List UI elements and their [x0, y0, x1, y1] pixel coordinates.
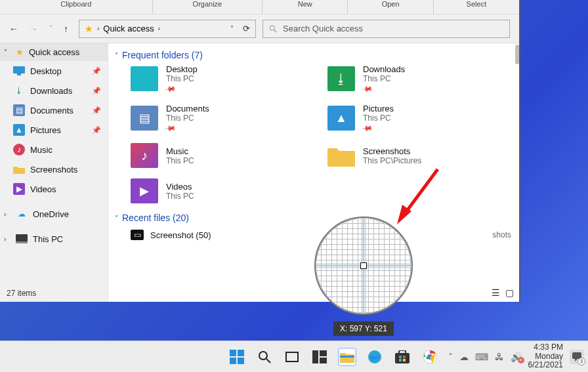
folder-music[interactable]: ♪ MusicThis PC [131, 143, 314, 168]
folder-downloads[interactable]: ⭳ DownloadsThis PC📌 [327, 64, 511, 93]
svg-rect-22 [399, 350, 406, 354]
screenshot-file-icon: ▭ [131, 230, 144, 240]
folder-videos[interactable]: ▶ VideosThis PC [131, 178, 314, 203]
svg-rect-3 [17, 73, 21, 75]
sidebar-item-screenshots[interactable]: Screenshots [0, 159, 108, 179]
svg-line-1 [274, 30, 277, 32]
quick-access-star-icon: ★ [85, 24, 93, 34]
clock-day: Monday [528, 352, 563, 362]
sidebar-item-label: Documents [30, 106, 74, 115]
taskbar-clock[interactable]: 4:33 PM Monday 6/21/2021 [528, 343, 563, 370]
edge-button[interactable] [366, 348, 384, 366]
address-bar[interactable]: ★ › Quick access › ˅ ⟳ [79, 20, 256, 38]
forward-button[interactable]: → [29, 24, 38, 34]
notifications-button[interactable]: 3 [570, 350, 584, 364]
folder-screenshots[interactable]: ScreenshotsThis PC\Pictures [327, 143, 511, 168]
chevron-right-icon[interactable]: › [4, 211, 10, 218]
breadcrumb-quick-access[interactable]: Quick access [103, 24, 154, 33]
svg-rect-17 [320, 350, 327, 356]
crumb-sep-icon: › [97, 25, 99, 32]
folder-name: Desktop [166, 64, 198, 74]
chrome-button[interactable] [421, 348, 439, 366]
sidebar-item-label: Screenshots [30, 165, 77, 175]
taskbar: ˄ ☁ ⌨ 🖧 🔊× 4:33 PM Monday 6/21/2021 3 [0, 341, 588, 372]
color-picker-magnifier[interactable] [314, 217, 413, 315]
desktop-folder-icon [131, 66, 158, 91]
sidebar-item-this-pc[interactable]: › This PC [0, 229, 108, 249]
folder-location: This PC [363, 114, 394, 123]
folder-location: This PC [166, 114, 209, 123]
folder-location: This PC [166, 74, 198, 83]
coordinates-tooltip: X: 597 Y: 521 [333, 321, 394, 336]
recent-locations-button[interactable]: ˅ [49, 24, 53, 34]
svg-rect-26 [403, 359, 406, 362]
svg-rect-11 [238, 358, 244, 364]
tray-overflow-button[interactable]: ˄ [448, 352, 453, 362]
annotation-arrow [397, 165, 450, 224]
search-input[interactable]: Search Quick access [262, 20, 510, 38]
sidebar-item-desktop[interactable]: Desktop 📌 [0, 61, 108, 81]
folder-documents[interactable]: ▤ DocumentsThis PC📌 [131, 104, 314, 133]
sidebar-item-documents[interactable]: ▤ Documents 📌 [0, 100, 108, 120]
music-folder-icon: ♪ [131, 143, 158, 168]
search-placeholder: Search Quick access [283, 24, 363, 33]
cloud-icon: ☁ [16, 208, 28, 220]
svg-rect-24 [403, 356, 406, 358]
sidebar-item-pictures[interactable]: ▲ Pictures 📌 [0, 120, 108, 140]
chevron-down-icon[interactable]: ˅ [4, 49, 10, 56]
start-button[interactable] [228, 348, 246, 366]
store-button[interactable] [393, 348, 411, 366]
widgets-button[interactable] [310, 348, 329, 366]
sidebar-item-videos[interactable]: ▶ Videos [0, 179, 108, 199]
task-view-button[interactable] [283, 348, 301, 366]
svg-rect-10 [230, 358, 236, 364]
svg-rect-16 [312, 350, 318, 363]
folder-icon [13, 163, 25, 175]
volume-icon[interactable]: 🔊× [511, 352, 522, 362]
star-icon: ★ [16, 47, 24, 57]
recent-files-header[interactable]: ˅ Recent files (20) [115, 213, 511, 223]
file-explorer-taskbar-button[interactable] [338, 348, 356, 366]
folder-desktop[interactable]: DesktopThis PC📌 [131, 64, 314, 93]
recent-file-item[interactable]: ▭ Screenshot (50) shots [115, 227, 511, 243]
view-large-icons-button[interactable]: ▢ [505, 287, 514, 298]
frequent-folders-grid: DesktopThis PC📌 ⭳ DownloadsThis PC📌 ▤ Do… [115, 64, 511, 203]
pin-icon: 📌 [92, 126, 101, 134]
sidebar-item-label: Music [30, 145, 52, 155]
view-details-button[interactable]: ☰ [492, 287, 500, 298]
sidebar-item-label: OneDrive [33, 209, 69, 219]
folder-location: This PC [363, 74, 405, 83]
ribbon-section-labels: Clipboard Organize New Open Select [0, 0, 519, 14]
address-dropdown-icon[interactable]: ˅ [230, 25, 234, 32]
cloud-sync-icon[interactable]: ☁ [459, 352, 469, 362]
svg-rect-19 [340, 356, 354, 358]
network-icon[interactable]: 🖧 [495, 352, 504, 362]
pin-icon: 📌 [92, 67, 101, 75]
svg-rect-18 [320, 358, 327, 363]
refresh-button[interactable]: ⟳ [243, 24, 250, 33]
svg-rect-15 [287, 353, 297, 361]
content-pane: ˅ Frequent folders (7) DesktopThis PC📌 ⭳… [108, 43, 519, 302]
status-bar: 27 items [0, 285, 108, 302]
videos-folder-icon: ▶ [131, 178, 158, 203]
chevron-right-icon[interactable]: › [4, 236, 10, 243]
pin-icon: 📌 [164, 83, 177, 95]
frequent-folders-header[interactable]: ˅ Frequent folders (7) [115, 50, 511, 60]
back-button[interactable]: ← [9, 24, 18, 34]
folder-pictures[interactable]: ▲ PicturesThis PC📌 [327, 104, 511, 133]
sidebar-item-music[interactable]: ♪ Music [0, 140, 108, 159]
up-button[interactable]: ↑ [64, 24, 68, 34]
svg-rect-8 [230, 350, 236, 356]
sidebar-item-onedrive[interactable]: › ☁ OneDrive [0, 204, 108, 224]
folder-location: This PC [166, 192, 194, 201]
scrollbar-thumb[interactable] [515, 45, 519, 64]
desktop-icon [13, 66, 25, 75]
search-button[interactable] [255, 348, 274, 366]
screenshots-folder-icon [327, 143, 355, 168]
input-indicator-icon[interactable]: ⌨ [475, 352, 488, 362]
sidebar-quick-access[interactable]: ˅ ★ Quick access [0, 43, 108, 61]
folder-name: Documents [166, 104, 209, 114]
sidebar-item-label: Desktop [30, 66, 62, 76]
sidebar-item-downloads[interactable]: ⭳ Downloads 📌 [0, 81, 108, 100]
crumb-sep-icon: › [158, 25, 160, 32]
